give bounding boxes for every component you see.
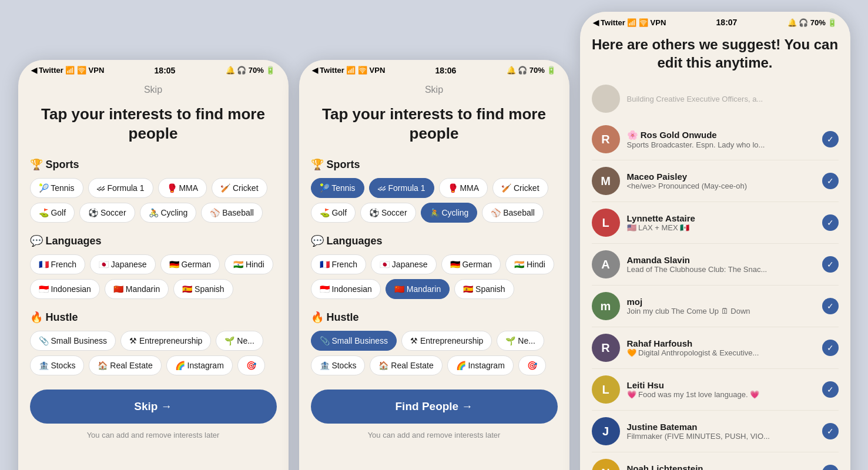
tag-japanese-2[interactable]: 🇯🇵 Japanese [371,254,437,274]
tag-soccer-2[interactable]: ⚽ Soccer [360,203,415,223]
check-icon[interactable]: ✓ [822,340,839,356]
tag-soccer-1[interactable]: ⚽ Soccer [79,203,135,223]
check-icon[interactable]: ✓ [822,423,839,439]
tag-more-1[interactable]: 🎯 [237,355,265,375]
person-item[interactable]: R🌸 Ros Gold OnwudeSports Broadcaster. Es… [592,119,839,160]
truncated-avatar [592,85,620,113]
check-icon[interactable]: ✓ [822,256,839,273]
skip-action-button-1[interactable]: Skip → [30,390,277,424]
category-hustle-2: 🔥 Hustle 📎 Small Business ⚒ Entrepreneur… [311,311,558,375]
tag-french-1[interactable]: 🇫🇷 French [30,254,85,274]
screen3-content: Here are others we suggest! You can edit… [580,31,850,470]
tag-hindi-2[interactable]: 🇮🇳 Hindi [505,254,554,274]
person-item[interactable]: LLeiti Hsu💗 Food was my 1st love languag… [592,369,839,411]
person-item[interactable]: NNoah LichtensteinTech...✓ [592,452,839,470]
tag-mma-2[interactable]: 🥊 MMA [439,178,488,198]
tag-ne-1[interactable]: 🌱 Ne... [216,331,263,351]
tag-baseball-2[interactable]: ⚾ Baseball [482,203,544,223]
tag-instagram-2[interactable]: 🌈 Instagram [447,355,514,375]
tag-baseball-1[interactable]: ⚾ Baseball [201,203,263,223]
tag-cricket-2[interactable]: 🏏 Cricket [492,178,548,198]
status-bar-1: ◀ Twitter 📶 🛜 VPN 18:05 🔔 🎧 70% 🔋 [18,60,289,79]
tag-hindi-1[interactable]: 🇮🇳 Hindi [224,254,273,274]
tag-german-1[interactable]: 🇩🇪 German [160,254,220,274]
person-bio: 💗 Food was my 1st love language. 💗 [627,390,815,399]
person-bio: <he/we> Pronounced (May-cee-oh) [627,182,815,190]
tag-french-2[interactable]: 🇫🇷 French [311,254,366,274]
tag-mandarin-1[interactable]: 🇨🇳 Mandarin [105,279,169,299]
check-icon[interactable]: ✓ [822,298,839,314]
check-icon[interactable]: ✓ [822,214,839,231]
check-icon[interactable]: ✓ [822,173,839,189]
tag-cycling-2[interactable]: 🚴 Cycling [421,203,478,223]
tag-indonesian-2[interactable]: 🇮🇩 Indonesian [311,279,381,299]
tag-more-2[interactable]: 🎯 [518,355,546,375]
languages-tags-row1-2: 🇫🇷 French 🇯🇵 Japanese 🇩🇪 German 🇮🇳 Hindi [311,254,558,274]
tag-stocks-2[interactable]: 🏦 Stocks [311,355,366,375]
tag-small-business-2[interactable]: 📎 Small Business [311,331,397,351]
status-left-2: ◀ Twitter 📶 🛜 VPN [312,66,386,75]
person-bio: 🧡 Digital Anthropologist & Executive... [627,348,815,357]
tag-spanish-2[interactable]: 🇪🇸 Spanish [454,279,514,299]
phone-screen-1: ◀ Twitter 📶 🛜 VPN 18:05 🔔 🎧 70% 🔋 Skip T… [18,60,289,470]
main-title-2: Tap your interests to find more people [311,105,558,145]
tag-german-2[interactable]: 🇩🇪 German [441,254,501,274]
tag-small-business-1[interactable]: 📎 Small Business [30,331,116,351]
skip-button-1[interactable]: Skip [144,85,162,95]
person-name: Amanda Slavin [627,255,815,265]
check-icon[interactable]: ✓ [822,465,839,470]
check-icon[interactable]: ✓ [822,381,839,398]
hustle-tags-row2-2: 🏦 Stocks 🏠 Real Estate 🌈 Instagram 🎯 [311,355,558,375]
tag-entrepreneurship-2[interactable]: ⚒ Entrepreneurship [401,331,492,351]
tag-cycling-1[interactable]: 🚴 Cycling [140,203,197,223]
check-icon[interactable]: ✓ [822,131,839,147]
person-list: R🌸 Ros Gold OnwudeSports Broadcaster. Es… [592,119,839,470]
skip-button-2[interactable]: Skip [425,85,443,95]
avatar: L [592,209,620,237]
avatar: m [592,292,620,320]
tag-mma-1[interactable]: 🥊 MMA [158,178,207,198]
tag-stocks-1[interactable]: 🏦 Stocks [30,355,85,375]
person-item[interactable]: AAmanda SlavinLead of The Clubhouse Club… [592,244,839,286]
person-item[interactable]: MMaceo Paisley<he/we> Pronounced (May-ce… [592,160,839,202]
bottom-area-1: Skip → You can add and remove interests … [30,390,277,439]
tag-instagram-1[interactable]: 🌈 Instagram [166,355,233,375]
person-bio: Join my club The Come Up 🗓 Down [627,307,815,315]
tag-golf-1[interactable]: ⛳ Golf [30,203,75,223]
avatar: M [592,167,620,195]
truncated-person: Building Creative Executive Officers, a.… [592,81,839,119]
person-item[interactable]: LLynnette Astaire🇺🇸 LAX + MEX 🇲🇽✓ [592,202,839,244]
sports-tags-row1-1: 🎾 Tennis 🏎 Formula 1 🥊 MMA 🏏 Cricket [30,178,277,198]
status-left-3: ◀ Twitter 📶 🛜 VPN [593,18,666,27]
tag-mandarin-2[interactable]: 🇨🇳 Mandarin [386,279,450,299]
languages-tags-row2-2: 🇮🇩 Indonesian 🇨🇳 Mandarin 🇪🇸 Spanish [311,279,558,299]
person-item[interactable]: RRahaf Harfoush🧡 Digital Anthropologist … [592,327,839,369]
avatar: R [592,125,620,153]
tag-formula1-1[interactable]: 🏎 Formula 1 [88,178,153,198]
person-name: Maceo Paisley [627,172,815,182]
category-languages-1: 💬 Languages 🇫🇷 French 🇯🇵 Japanese 🇩🇪 Ger… [30,234,277,299]
person-item[interactable]: mmojJoin my club The Come Up 🗓 Down✓ [592,286,839,327]
hustle-tags-row2-1: 🏦 Stocks 🏠 Real Estate 🌈 Instagram 🎯 [30,355,277,375]
tag-japanese-1[interactable]: 🇯🇵 Japanese [90,254,156,274]
hustle-tags-row1-1: 📎 Small Business ⚒ Entrepreneurship 🌱 Ne… [30,331,277,351]
tag-realestate-2[interactable]: 🏠 Real Estate [370,355,442,375]
person-info: Maceo Paisley<he/we> Pronounced (May-cee… [627,172,815,190]
person-item[interactable]: JJustine BatemanFilmmaker (FIVE MINUTES,… [592,411,839,452]
tag-formula1-2[interactable]: 🏎 Formula 1 [369,178,434,198]
tag-tennis-1[interactable]: 🎾 Tennis [30,178,83,198]
tag-entrepreneurship-1[interactable]: ⚒ Entrepreneurship [120,331,211,351]
tag-cricket-1[interactable]: 🏏 Cricket [212,178,267,198]
find-people-button[interactable]: Find People → [311,390,558,424]
tag-indonesian-1[interactable]: 🇮🇩 Indonesian [30,279,100,299]
avatar: R [592,334,620,362]
status-right-1: 🔔 🎧 70% 🔋 [226,66,276,75]
person-info: Rahaf Harfoush🧡 Digital Anthropologist &… [627,338,815,357]
tag-ne-2[interactable]: 🌱 Ne... [497,331,544,351]
person-bio: 🇺🇸 LAX + MEX 🇲🇽 [627,223,815,232]
tag-tennis-2[interactable]: 🎾 Tennis [311,178,364,198]
tag-golf-2[interactable]: ⛳ Golf [311,203,356,223]
tag-realestate-1[interactable]: 🏠 Real Estate [89,355,161,375]
category-title-sports-1: 🏆 Sports [30,158,277,171]
tag-spanish-1[interactable]: 🇪🇸 Spanish [173,279,233,299]
